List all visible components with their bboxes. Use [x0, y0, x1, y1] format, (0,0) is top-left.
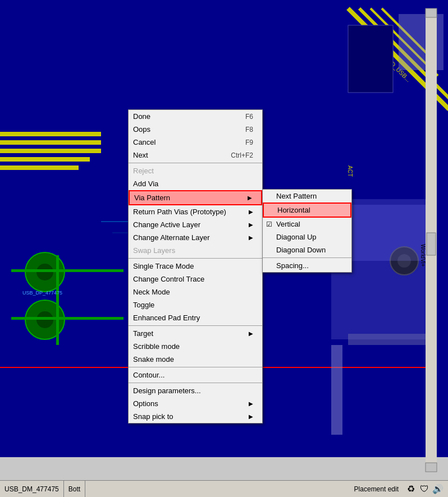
menu-item-via-pattern-container[interactable]: Via Pattern ▶ Next Pattern Horizontal ☑ …: [129, 190, 262, 205]
change-alternate-layer-arrow: ▶: [249, 234, 253, 241]
svg-rect-31: [331, 345, 342, 435]
submenu-item-diagonal-down[interactable]: Diagonal Down: [263, 243, 351, 256]
svg-rect-2: [0, 140, 101, 145]
change-active-layer-arrow: ▶: [249, 222, 253, 228]
svg-rect-4: [0, 157, 90, 162]
menu-item-oops[interactable]: Oops F8: [129, 123, 262, 136]
submenu-separator: [263, 257, 351, 258]
menu-item-snake[interactable]: Snake mode: [129, 353, 262, 366]
svg-rect-5: [0, 165, 79, 170]
separator-3: [129, 325, 262, 326]
svg-rect-20: [56, 255, 59, 345]
svg-rect-1: [0, 132, 101, 136]
svg-text:ACT: ACT: [347, 165, 353, 177]
submenu-item-spacing[interactable]: Spacing...: [263, 259, 351, 272]
svg-rect-36: [426, 463, 437, 472]
status-right-area: Placement edit ♻ 🛡 🔊: [350, 484, 448, 495]
menu-item-single-trace[interactable]: Single Trace Mode: [129, 260, 262, 273]
menu-item-change-alternate-layer[interactable]: Change Alternate Layer ▶: [129, 231, 262, 244]
svg-rect-3: [0, 149, 101, 153]
submenu-item-diagonal-up[interactable]: Diagonal Up: [263, 231, 351, 243]
separator-1: [129, 163, 262, 163]
recycle-icon[interactable]: ♻: [405, 484, 417, 495]
menu-item-done[interactable]: Done F6: [129, 110, 262, 123]
via-pattern-submenu[interactable]: Next Pattern Horizontal ☑ Vertical Diago…: [262, 189, 352, 273]
menu-item-next[interactable]: Next Ctrl+F2: [129, 149, 262, 162]
menu-item-cancel[interactable]: Cancel F9: [129, 136, 262, 149]
menu-item-design-params[interactable]: Design parameters...: [129, 384, 262, 397]
menu-item-snap-pick[interactable]: Snap pick to ▶: [129, 410, 262, 423]
menu-item-contour[interactable]: Contour...: [129, 369, 262, 381]
menu-item-options[interactable]: Options ▶: [129, 397, 262, 410]
return-path-arrow: ▶: [249, 209, 253, 215]
svg-rect-32: [348, 334, 432, 345]
menu-item-neck-mode[interactable]: Neck Mode: [129, 286, 262, 298]
context-menu[interactable]: Done F6 Oops F8 Cancel F9 Next Ctrl+F2 R…: [128, 109, 263, 424]
menu-item-add-via[interactable]: Add Via: [129, 177, 262, 190]
menu-item-change-control-trace[interactable]: Change Control Trace: [129, 273, 262, 286]
menu-item-target[interactable]: Target ▶: [129, 327, 262, 340]
separator-4: [129, 367, 262, 367]
submenu-item-next-pattern[interactable]: Next Pattern: [263, 190, 351, 203]
shield-icon[interactable]: 🛡: [419, 484, 430, 495]
svg-rect-35: [426, 8, 437, 17]
svg-rect-12: [348, 25, 393, 93]
submenu-arrow: ▶: [248, 195, 252, 201]
menu-item-toggle[interactable]: Toggle: [129, 298, 262, 311]
speaker-icon[interactable]: 🔊: [432, 484, 444, 495]
menu-item-via-pattern[interactable]: Via Pattern ▶: [129, 190, 262, 205]
status-bar: USB_DM_477475 Bott Placement edit ♻ 🛡 🔊: [0, 480, 448, 497]
svg-text:WorldVi+: WorldVi+: [420, 244, 426, 267]
menu-item-scribble[interactable]: Scribble mode: [129, 340, 262, 353]
placement-edit-label: Placement edit: [350, 484, 403, 494]
menu-item-reject: Reject: [129, 164, 262, 177]
separator-2: [129, 258, 262, 259]
status-filename: USB_DM_477475: [0, 481, 64, 497]
svg-text:USB_DP_477475: USB_DP_477475: [22, 290, 62, 296]
menu-item-enhanced-pad-entry[interactable]: Enhanced Pad Entry: [129, 311, 262, 324]
options-arrow: ▶: [249, 401, 253, 407]
menu-item-swap-layers: Swap Layers: [129, 244, 262, 257]
status-layer: Bott: [64, 481, 85, 497]
target-arrow: ▶: [249, 330, 253, 337]
svg-rect-19: [11, 317, 124, 320]
separator-5: [129, 383, 262, 383]
submenu-item-horizontal[interactable]: Horizontal: [263, 203, 351, 218]
check-mark-vertical: ☑: [266, 220, 272, 228]
submenu-item-vertical[interactable]: ☑ Vertical: [263, 218, 351, 231]
snap-pick-arrow: ▶: [249, 413, 253, 420]
menu-item-return-path[interactable]: Return Path Vias (Prototype) ▶: [129, 205, 262, 218]
svg-rect-18: [11, 269, 124, 272]
menu-item-change-active-layer[interactable]: Change Active Layer ▶: [129, 218, 262, 231]
svg-rect-37: [427, 233, 436, 255]
